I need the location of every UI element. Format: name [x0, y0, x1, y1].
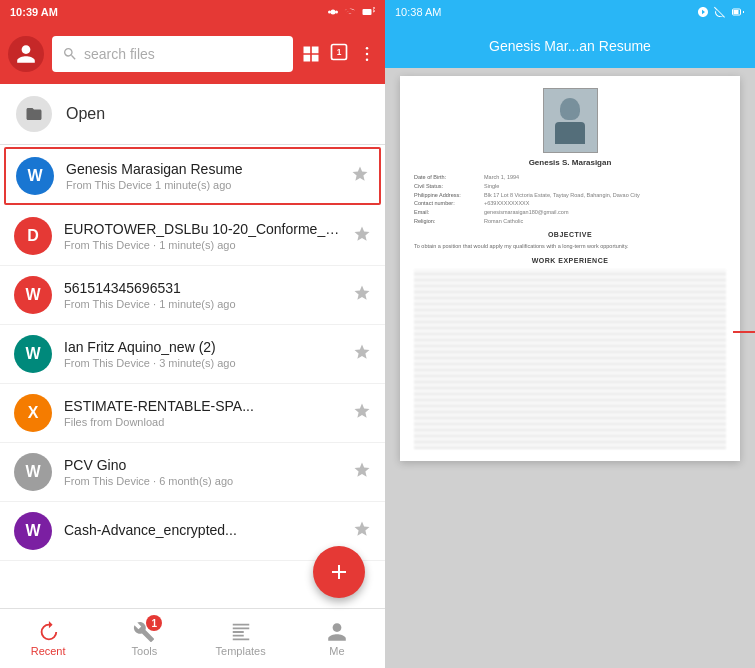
file-meta: Files from Download — [64, 416, 341, 428]
right-panel: 10:38 AM Genesis Mar...an Resume Genesis… — [385, 0, 755, 668]
info-label: Philippine Address: — [414, 192, 484, 200]
status-icons-left — [327, 6, 375, 18]
star-icon-selected[interactable] — [351, 165, 369, 187]
file-info: 561514345696531 From This Device · 1 min… — [64, 280, 341, 310]
file-info: Ian Fritz Aquino_new (2) From This Devic… — [64, 339, 341, 369]
svg-point-7 — [366, 53, 369, 56]
resume-page: Genesis S. Marasigan Date of Birth: Marc… — [400, 76, 740, 461]
info-value: Blk 17 Lot 8 Victoria Estate, Taytay Roa… — [484, 192, 640, 200]
file-name: ESTIMATE-RENTABLE-SPA... — [64, 398, 341, 414]
info-row: Date of Birth: March 1, 1994 — [414, 174, 726, 182]
file-name: PCV Gino — [64, 457, 341, 473]
status-icons-right — [697, 6, 745, 18]
search-placeholder: search files — [84, 46, 155, 62]
avatar[interactable] — [8, 36, 44, 72]
info-label: Religion: — [414, 218, 484, 226]
selected-file-meta: From This Device 1 minute(s) ago — [66, 179, 339, 191]
file-icon-selected: W — [16, 157, 54, 195]
svg-point-0 — [331, 10, 336, 15]
file-info: EUROTOWER_DSLBu 10-20_Conforme_(003) Fro… — [64, 221, 341, 251]
plus-icon — [327, 560, 351, 584]
status-bar-left: 10:39 AM — [0, 0, 385, 24]
info-value: March 1, 1994 — [484, 174, 519, 182]
selected-file-item[interactable]: W Genesis Marasigan Resume From This Dev… — [4, 147, 381, 205]
info-label: Civil Status: — [414, 183, 484, 191]
file-info: PCV Gino From This Device · 6 month(s) a… — [64, 457, 341, 487]
star-icon[interactable] — [353, 284, 371, 306]
file-name: EUROTOWER_DSLBu 10-20_Conforme_(003) — [64, 221, 341, 237]
objective-title: OBJECTIVE — [414, 230, 726, 240]
section-header: Open — [0, 84, 385, 144]
nav-label-templates: Templates — [216, 645, 266, 657]
arrow-indicator — [733, 322, 755, 346]
nav-label-recent: Recent — [31, 645, 66, 657]
resume-name: Genesis S. Marasigan — [529, 157, 612, 168]
search-bar[interactable]: search files — [52, 36, 293, 72]
star-icon[interactable] — [353, 402, 371, 424]
section-icon — [16, 96, 52, 132]
file-meta: From This Device · 3 minute(s) ago — [64, 357, 341, 369]
selected-file-name: Genesis Marasigan Resume — [66, 161, 339, 177]
fab-button[interactable] — [313, 546, 365, 598]
work-experience-title: WORK EXPERIENCE — [414, 256, 726, 266]
folder-icon — [25, 105, 43, 123]
file-icon: W — [14, 453, 52, 491]
star-icon[interactable] — [353, 520, 371, 542]
info-value: Roman Catholic — [484, 218, 523, 226]
recent-icon — [37, 621, 59, 643]
person-silhouette — [555, 98, 585, 144]
left-panel: 10:39 AM search files 1 Open — [0, 0, 385, 668]
file-icon: W — [14, 512, 52, 550]
nav-item-templates[interactable]: Templates — [193, 609, 289, 668]
tools-badge: 1 — [146, 615, 162, 631]
open-label: Open — [66, 105, 105, 123]
file-info-selected: Genesis Marasigan Resume From This Devic… — [66, 161, 339, 191]
file-icon: W — [14, 335, 52, 373]
svg-rect-12 — [734, 10, 739, 14]
svg-rect-3 — [363, 9, 372, 15]
file-name: Cash-Advance_encrypted... — [64, 522, 341, 538]
file-meta: From This Device · 6 month(s) ago — [64, 475, 341, 487]
file-meta: From This Device · 1 minute(s) ago — [64, 298, 341, 310]
me-icon — [326, 621, 348, 643]
file-meta: From This Device · 1 minute(s) ago — [64, 239, 341, 251]
file-info: Cash-Advance_encrypted... — [64, 522, 341, 540]
file-item[interactable]: D EUROTOWER_DSLBu 10-20_Conforme_(003) F… — [0, 207, 385, 266]
person-body — [555, 122, 585, 144]
nav-label-tools: Tools — [132, 645, 158, 657]
nav-item-tools[interactable]: Tools 1 — [96, 609, 192, 668]
info-row: Contact number: +639XXXXXXXXX — [414, 200, 726, 208]
svg-text:1: 1 — [337, 47, 342, 57]
more-icon[interactable] — [357, 44, 377, 64]
file-icon: D — [14, 217, 52, 255]
file-item[interactable]: X ESTIMATE-RENTABLE-SPA... Files from Do… — [0, 384, 385, 443]
templates-icon — [230, 621, 252, 643]
star-icon[interactable] — [353, 225, 371, 247]
info-row: Philippine Address: Blk 17 Lot 8 Victori… — [414, 192, 726, 200]
file-item[interactable]: W 561514345696531 From This Device · 1 m… — [0, 266, 385, 325]
info-label: Date of Birth: — [414, 174, 484, 182]
info-row: Civil Status: Single — [414, 183, 726, 191]
file-icon: X — [14, 394, 52, 432]
tabs-icon[interactable]: 1 — [329, 42, 349, 62]
star-icon[interactable] — [353, 461, 371, 483]
svg-point-8 — [366, 59, 369, 62]
resume-header: Genesis S. Marasigan — [414, 88, 726, 168]
info-value: Single — [484, 183, 499, 191]
star-icon[interactable] — [353, 343, 371, 365]
info-value: genesismarasigan180@gmail.com — [484, 209, 568, 217]
file-item[interactable]: W PCV Gino From This Device · 6 month(s)… — [0, 443, 385, 502]
top-bar: search files 1 — [0, 24, 385, 84]
bottom-nav: Recent Tools 1 Templates Me — [0, 608, 385, 668]
doc-preview: Genesis S. Marasigan Date of Birth: Marc… — [385, 68, 755, 668]
file-item[interactable]: W Ian Fritz Aquino_new (2) From This Dev… — [0, 325, 385, 384]
nav-item-recent[interactable]: Recent — [0, 609, 96, 668]
window-icon[interactable] — [301, 44, 321, 64]
objective-text: To obtain a position that would apply my… — [414, 243, 726, 251]
nav-item-me[interactable]: Me — [289, 609, 385, 668]
file-list: W Genesis Marasigan Resume From This Dev… — [0, 145, 385, 608]
file-icon: W — [14, 276, 52, 314]
top-bar-icons: 1 — [301, 42, 377, 66]
nav-label-me: Me — [329, 645, 344, 657]
time-left: 10:39 AM — [10, 6, 58, 18]
